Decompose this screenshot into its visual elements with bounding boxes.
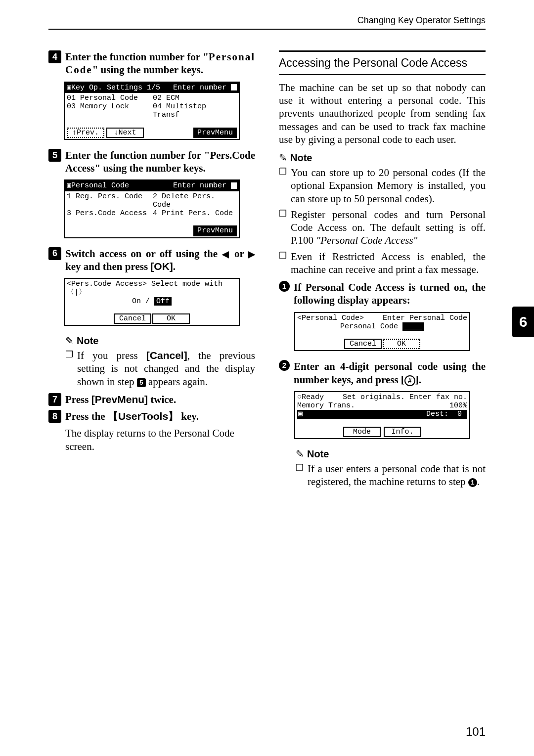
step-4-text-c: " using the number keys. bbox=[92, 64, 203, 76]
lcd-item-4: 4 Print Pers. Code bbox=[153, 209, 237, 218]
step-8-text: Press the 【UserTools】 key. bbox=[65, 410, 199, 423]
prevmenu-button[interactable]: PrevMenu bbox=[193, 225, 237, 236]
step-6: 6 Switch access on or off using the ◀ or… bbox=[48, 247, 255, 273]
prevmenu-button[interactable]: PrevMenu bbox=[193, 128, 237, 138]
note-text-a: If you press bbox=[77, 350, 146, 361]
substep-2-text: Enter an 4-digit personal code using the… bbox=[294, 360, 486, 386]
substep-1-text: If Personal Code Access is turned on, th… bbox=[294, 281, 486, 307]
dest-label: Dest: bbox=[426, 410, 448, 418]
bullet-icon: ❐ bbox=[279, 208, 287, 247]
lcd-hdr-left: <Personal Code> bbox=[297, 314, 364, 322]
note-list: ❐ If you press [Cancel], the previous se… bbox=[65, 349, 255, 388]
chapter-tab: 6 bbox=[512, 307, 534, 337]
lcd-body: <Personal Code> Enter Personal Code Pers… bbox=[295, 313, 469, 332]
step-5-text: Enter the function number for "Pers.Code… bbox=[65, 149, 255, 175]
bullet-icon: ❐ bbox=[296, 462, 304, 489]
note-label: Note bbox=[307, 448, 329, 460]
step-number-4: 4 bbox=[48, 50, 61, 63]
body-columns: 4 Enter the function number for "Persona… bbox=[48, 50, 486, 493]
doc-icon: ▣ bbox=[298, 410, 303, 418]
lcd-buttons: PrevMenu bbox=[65, 225, 239, 237]
ok-button[interactable]: OK bbox=[152, 313, 190, 324]
memory-trans-label: Memory Trans. bbox=[297, 401, 355, 410]
bullet-icon: ❐ bbox=[279, 250, 287, 276]
right-arrow-icon: ▶ bbox=[248, 249, 255, 259]
prev-button[interactable]: ↑Prev. bbox=[67, 128, 104, 138]
ready-label: ○Ready bbox=[297, 393, 324, 401]
lcd-line2: On / Off bbox=[67, 297, 237, 306]
note-heading: ✎ Note bbox=[279, 152, 486, 164]
step-8-follow: The display returns to the Personal Code… bbox=[65, 427, 255, 453]
lcd-item-04: 04 Multistep Transf bbox=[153, 102, 237, 120]
cursor-icon bbox=[231, 182, 237, 189]
step-4-text-a: Enter the function number for " bbox=[65, 51, 209, 63]
lcd-item-3: 3 Pers.Code Access bbox=[67, 209, 147, 218]
lcd-personal-code: ▣Personal Code Enter number 1 Reg. Pers.… bbox=[64, 179, 240, 238]
note-label: Note bbox=[77, 335, 98, 347]
step-7-text-b: twice. bbox=[148, 394, 176, 405]
note-item: ❐ If you press [Cancel], the previous se… bbox=[65, 349, 255, 388]
note-2-ref: "Personal Code Access" bbox=[316, 234, 417, 246]
lcd-header-left: ▣Personal Code bbox=[67, 181, 129, 190]
right-column: Accessing the Personal Code Access The m… bbox=[279, 50, 486, 493]
personal-code-label: Personal Code bbox=[340, 322, 402, 331]
cancel-button[interactable]: Cancel bbox=[114, 313, 151, 324]
step-6-text: Switch access on or off using the ◀ or ▶… bbox=[65, 247, 255, 273]
note-icon: ✎ bbox=[296, 448, 304, 460]
note-list: ❐ If a user enters a personal code that … bbox=[296, 462, 486, 489]
lcd-buttons: Cancel OK bbox=[65, 313, 239, 325]
on-label: On / bbox=[132, 297, 154, 306]
note-icon: ✎ bbox=[279, 152, 287, 164]
next-button[interactable]: ↓Next bbox=[106, 128, 144, 138]
lcd-item-02: 02 ECM bbox=[153, 94, 237, 102]
lcd-item-01: 01 Personal Code bbox=[67, 94, 138, 102]
ok-button[interactable]: OK bbox=[383, 339, 420, 349]
page-number: 101 bbox=[466, 724, 486, 739]
lcd-key-op-settings: ▣Key Op. Settings 1/5 Enter number 01 Pe… bbox=[64, 82, 240, 140]
lcd-line2: Personal Code ____ bbox=[297, 322, 467, 331]
step-number-7: 7 bbox=[48, 393, 61, 406]
lcd-ready: ○Ready Set originals. Enter fax no. Memo… bbox=[294, 391, 470, 439]
lcd-header-right: Enter number bbox=[173, 181, 237, 190]
note-heading: ✎ Note bbox=[296, 448, 486, 460]
lcd-body: 1 Reg. Pers. Code2 Delete Pers. Code 3 P… bbox=[65, 191, 239, 219]
code-entry-field: ____ bbox=[402, 322, 424, 331]
left-arrow-icon: ◀ bbox=[222, 249, 230, 259]
lcd-body: 01 Personal Code02 ECM 03 Memory Lock04 … bbox=[65, 93, 239, 121]
mode-button[interactable]: Mode bbox=[343, 427, 381, 437]
substep-number-2: 2 bbox=[279, 360, 290, 371]
off-selected: Off bbox=[154, 297, 172, 306]
lcd-body: ○Ready Set originals. Enter fax no. Memo… bbox=[295, 392, 469, 420]
lcd-item-1: 1 Reg. Pers. Code bbox=[67, 192, 142, 210]
substep-2: 2 Enter an 4-digit personal code using t… bbox=[279, 360, 486, 386]
lcd-header: ▣Personal Code Enter number bbox=[65, 180, 239, 191]
step-5-text-a: Enter the function number for " bbox=[65, 149, 210, 161]
note-3-text: Even if Restricted Access is enabled, th… bbox=[291, 250, 486, 276]
substep-1: 1 If Personal Code Access is turned on, … bbox=[279, 281, 486, 307]
note-text-b: . bbox=[477, 476, 480, 488]
cancel-keyword: [Cancel] bbox=[146, 350, 187, 361]
step-5-text-c: " using the number keys. bbox=[94, 162, 205, 174]
zoom-value: 100% bbox=[449, 401, 467, 410]
intro-paragraph: The machine can be set up so that nobody… bbox=[279, 81, 486, 146]
step-5: 5 Enter the function number for "Pers.Co… bbox=[48, 149, 255, 175]
note-1-text: You can store up to 20 personal codes (I… bbox=[291, 166, 486, 205]
cancel-button[interactable]: Cancel bbox=[344, 339, 382, 349]
step-7-text: Press [PrevMenu] twice. bbox=[65, 393, 176, 406]
step-7-text-a: Press bbox=[65, 394, 91, 405]
lcd-item-2: 2 Delete Pers. Code bbox=[153, 192, 237, 210]
running-head-rule bbox=[48, 29, 486, 30]
lcd-header: ▣Key Op. Settings 1/5 Enter number bbox=[65, 83, 239, 93]
step-4: 4 Enter the function number for "Persona… bbox=[48, 50, 255, 77]
subsection-heading-box: Accessing the Personal Code Access bbox=[279, 50, 486, 75]
info-button[interactable]: Info. bbox=[384, 427, 421, 437]
bullet-icon: ❐ bbox=[65, 349, 73, 388]
note-icon: ✎ bbox=[65, 335, 74, 347]
step-number-8: 8 bbox=[48, 410, 61, 423]
step-number-5: 5 bbox=[48, 149, 61, 162]
lcd-enter-personal-code: <Personal Code> Enter Personal Code Pers… bbox=[294, 312, 470, 352]
step-4-text: Enter the function number for "Personal … bbox=[65, 50, 255, 77]
ready-prompt: Set originals. Enter fax no. bbox=[343, 393, 467, 401]
page: Changing Key Operator Settings 6 4 Enter… bbox=[0, 0, 534, 756]
lcd-header-right: Enter number bbox=[173, 84, 237, 92]
